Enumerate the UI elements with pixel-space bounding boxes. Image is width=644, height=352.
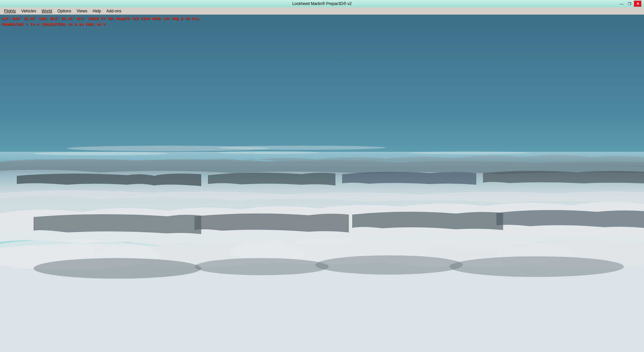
restore-button[interactable]: ❐: [626, 1, 633, 7]
menu-item-options[interactable]: Options: [55, 8, 74, 14]
svg-point-14: [218, 151, 319, 154]
window-controls: — ❐ ✕: [618, 1, 641, 7]
svg-point-15: [409, 152, 530, 154]
menu-item-world[interactable]: World: [39, 8, 55, 14]
menu-item-views[interactable]: Views: [74, 8, 90, 14]
close-button[interactable]: ✕: [634, 1, 641, 7]
menu-item-vehicles[interactable]: Vehicles: [18, 8, 39, 14]
title-bar: Lockheed Martin® Prepar3D® v2 — ❐ ✕: [0, 0, 644, 7]
simulator-view: LAT: N48° 32.05' LON: E10° 28.31' ALT: 1…: [0, 15, 644, 352]
menu-item-help[interactable]: Help: [90, 8, 104, 14]
cloud-layer: [0, 15, 644, 352]
menu-item-addons[interactable]: Add-ons: [104, 8, 124, 14]
svg-point-11: [449, 256, 624, 277]
minimize-button[interactable]: —: [618, 1, 625, 7]
hud-line-1: LAT: N48° 32.05' LON: E10° 28.31' ALT: 1…: [1, 16, 201, 22]
hud-overlay: LAT: N48° 32.05' LON: E10° 28.31' ALT: 1…: [1, 16, 201, 27]
menu-item-flights[interactable]: Flights: [1, 8, 18, 14]
svg-point-10: [315, 255, 463, 275]
menu-bar: FlightsVehiclesWorldOptionsViewsHelpAdd-…: [0, 7, 644, 15]
hud-line-2: FRAMES/SEC = 74.4 (UNLIMITED) +1.0 Gs FU…: [1, 22, 201, 27]
window-title: Lockheed Martin® Prepar3D® v2: [292, 1, 352, 6]
svg-point-2: [218, 146, 386, 150]
svg-point-8: [34, 258, 201, 279]
svg-point-13: [34, 152, 168, 155]
svg-point-9: [195, 258, 329, 275]
